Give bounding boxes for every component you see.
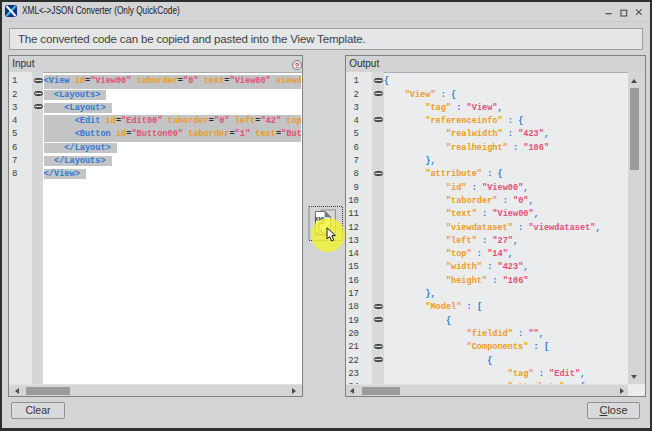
svg-text:?: ? (294, 60, 299, 69)
